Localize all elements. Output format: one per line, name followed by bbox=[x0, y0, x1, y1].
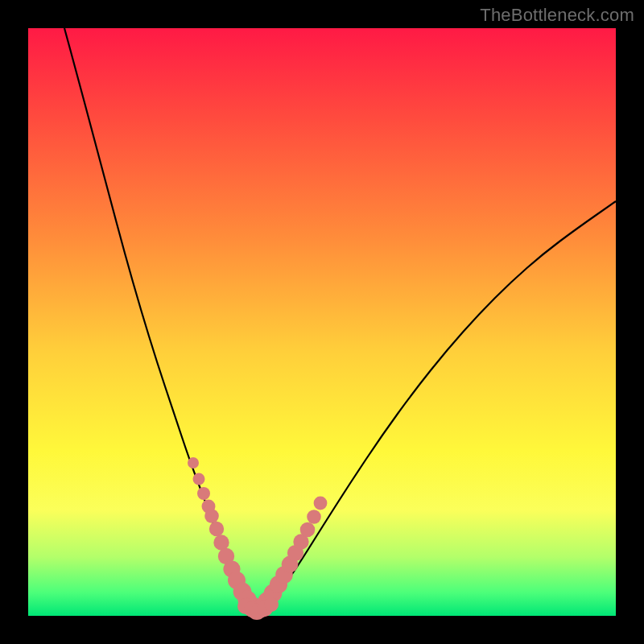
curve-svg bbox=[28, 28, 616, 616]
marker-dot bbox=[193, 473, 205, 485]
marker-dot bbox=[307, 510, 321, 524]
watermark-text: TheBottleneck.com bbox=[480, 5, 634, 26]
marker-dot bbox=[204, 509, 219, 523]
marker-dot bbox=[213, 535, 229, 550]
marker-dot-group bbox=[188, 457, 327, 620]
marker-dot bbox=[264, 597, 279, 612]
marker-dot bbox=[197, 487, 210, 500]
marker-dot bbox=[314, 497, 328, 510]
marker-dot bbox=[209, 522, 224, 536]
bottleneck-curve bbox=[64, 28, 616, 608]
plot-area bbox=[28, 28, 616, 616]
marker-dot bbox=[188, 457, 199, 469]
marker-dot bbox=[300, 522, 316, 538]
chart-frame: TheBottleneck.com bbox=[0, 0, 644, 644]
